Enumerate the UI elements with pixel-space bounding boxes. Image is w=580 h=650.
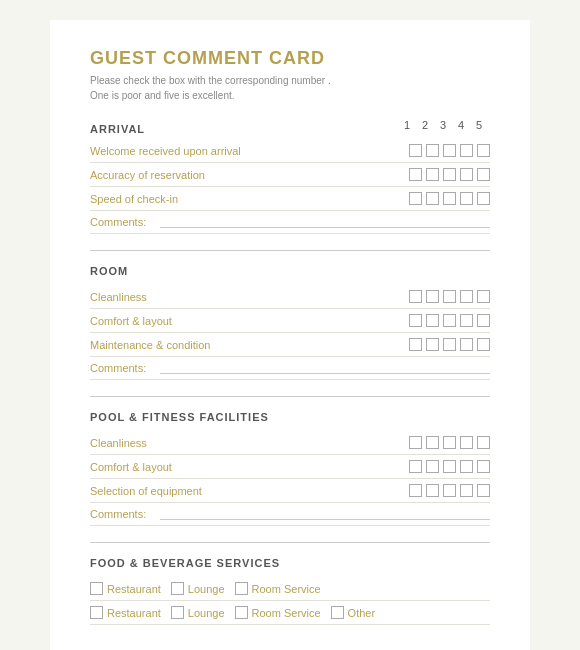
subtitle-line1: Please check the box with the correspond…: [90, 75, 331, 86]
roomservice-checkbox-2[interactable]: [235, 606, 248, 619]
checkbox-5[interactable]: [477, 144, 490, 157]
rating-2: 2: [416, 119, 434, 131]
table-row: Speed of check-in: [90, 187, 490, 211]
divider: [90, 396, 490, 397]
checkbox-5[interactable]: [477, 484, 490, 497]
section-pool: POOL & FITNESS FACILITIES Cleanliness Co…: [90, 411, 490, 526]
comments-label: Comments:: [90, 508, 160, 520]
checkbox-2[interactable]: [426, 484, 439, 497]
list-item: Lounge: [171, 582, 225, 595]
checkbox-4[interactable]: [460, 338, 473, 351]
divider: [90, 250, 490, 251]
comments-label: Comments:: [90, 362, 160, 374]
table-row: Cleanliness: [90, 285, 490, 309]
row-label: Selection of equipment: [90, 485, 409, 497]
checkbox-2[interactable]: [426, 338, 439, 351]
row-label: Welcome received upon arrival: [90, 145, 409, 157]
rating-checkboxes: [409, 484, 490, 497]
rating-checkboxes: [409, 192, 490, 205]
checkbox-5[interactable]: [477, 192, 490, 205]
divider: [90, 542, 490, 543]
checkbox-2[interactable]: [426, 290, 439, 303]
comments-row: Comments:: [90, 503, 490, 526]
checkbox-2[interactable]: [426, 460, 439, 473]
checkbox-3[interactable]: [443, 338, 456, 351]
restaurant-checkbox-2[interactable]: [90, 606, 103, 619]
list-item: Room Service: [235, 606, 321, 619]
checkbox-3[interactable]: [443, 168, 456, 181]
checkbox-2[interactable]: [426, 314, 439, 327]
table-row: Comfort & layout: [90, 309, 490, 333]
checkbox-5[interactable]: [477, 168, 490, 181]
checkbox-1[interactable]: [409, 192, 422, 205]
checkbox-4[interactable]: [460, 144, 473, 157]
checkbox-5[interactable]: [477, 314, 490, 327]
comments-line: [160, 216, 490, 228]
list-item: Lounge: [171, 606, 225, 619]
rating-checkboxes: [409, 436, 490, 449]
food-title: FOOD & BEVERAGE SERVICES: [90, 557, 490, 569]
checkbox-2[interactable]: [426, 144, 439, 157]
lounge-checkbox-1[interactable]: [171, 582, 184, 595]
arrival-title: ARRIVAL: [90, 123, 398, 135]
list-item: Room Service: [235, 582, 321, 595]
comment-card: GUEST COMMENT CARD Please check the box …: [50, 20, 530, 650]
rating-4: 4: [452, 119, 470, 131]
checkbox-3[interactable]: [443, 290, 456, 303]
checkbox-4[interactable]: [460, 168, 473, 181]
checkbox-1[interactable]: [409, 338, 422, 351]
checkbox-3[interactable]: [443, 484, 456, 497]
checkbox-1[interactable]: [409, 436, 422, 449]
checkbox-3[interactable]: [443, 460, 456, 473]
roomservice-label-2: Room Service: [252, 607, 321, 619]
checkbox-4[interactable]: [460, 290, 473, 303]
roomservice-checkbox-1[interactable]: [235, 582, 248, 595]
rating-checkboxes: [409, 338, 490, 351]
checkbox-4[interactable]: [460, 484, 473, 497]
checkbox-1[interactable]: [409, 460, 422, 473]
rating-header: 1 2 3 4 5: [398, 119, 490, 131]
table-row: Welcome received upon arrival: [90, 139, 490, 163]
restaurant-checkbox-1[interactable]: [90, 582, 103, 595]
checkbox-1[interactable]: [409, 484, 422, 497]
row-label: Maintenance & condition: [90, 339, 409, 351]
checkbox-5[interactable]: [477, 338, 490, 351]
checkbox-5[interactable]: [477, 460, 490, 473]
checkbox-4[interactable]: [460, 460, 473, 473]
checkbox-4[interactable]: [460, 314, 473, 327]
subtitle-line2: One is poor and five is excellent.: [90, 90, 235, 101]
checkbox-3[interactable]: [443, 314, 456, 327]
comments-line: [160, 362, 490, 374]
checkbox-5[interactable]: [477, 436, 490, 449]
section-food: FOOD & BEVERAGE SERVICES Restaurant Loun…: [90, 557, 490, 625]
list-item: Restaurant: [90, 582, 161, 595]
list-item: Restaurant: [90, 606, 161, 619]
table-row: Selection of equipment: [90, 479, 490, 503]
checkbox-3[interactable]: [443, 192, 456, 205]
row-label: Accuracy of reservation: [90, 169, 409, 181]
checkbox-1[interactable]: [409, 168, 422, 181]
rating-checkboxes: [409, 144, 490, 157]
checkbox-2[interactable]: [426, 168, 439, 181]
checkbox-1[interactable]: [409, 314, 422, 327]
rating-1: 1: [398, 119, 416, 131]
checkbox-1[interactable]: [409, 144, 422, 157]
table-row: Cleanliness: [90, 431, 490, 455]
checkbox-4[interactable]: [460, 192, 473, 205]
lounge-checkbox-2[interactable]: [171, 606, 184, 619]
other-checkbox[interactable]: [331, 606, 344, 619]
rating-checkboxes: [409, 460, 490, 473]
checkbox-4[interactable]: [460, 436, 473, 449]
checkbox-3[interactable]: [443, 144, 456, 157]
card-subtitle: Please check the box with the correspond…: [90, 73, 490, 103]
card-title: GUEST COMMENT CARD: [90, 48, 490, 69]
lounge-label-2: Lounge: [188, 607, 225, 619]
checkbox-5[interactable]: [477, 290, 490, 303]
checkbox-2[interactable]: [426, 192, 439, 205]
checkbox-1[interactable]: [409, 290, 422, 303]
restaurant-label-1: Restaurant: [107, 583, 161, 595]
row-label: Cleanliness: [90, 437, 409, 449]
checkbox-2[interactable]: [426, 436, 439, 449]
checkbox-3[interactable]: [443, 436, 456, 449]
row-label: Comfort & layout: [90, 461, 409, 473]
